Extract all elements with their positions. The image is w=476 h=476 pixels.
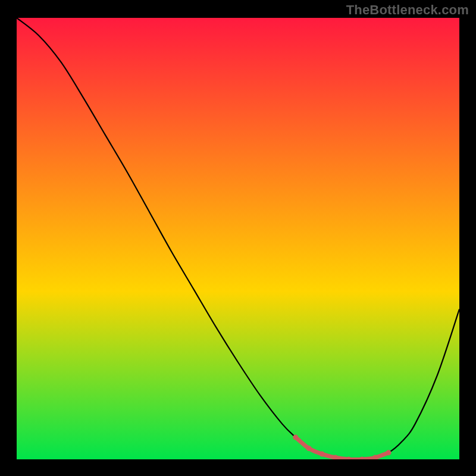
highlight-dot: [306, 446, 312, 451]
highlight-dot: [320, 452, 325, 457]
chart-stage: TheBottleneck.com: [0, 0, 476, 476]
watermark-text: TheBottleneck.com: [346, 2, 469, 18]
highlight-dot: [386, 450, 391, 455]
gradient-background: [17, 18, 459, 459]
plot-svg: [17, 18, 459, 459]
highlight-dot: [293, 434, 298, 440]
plot-area: [17, 18, 459, 459]
